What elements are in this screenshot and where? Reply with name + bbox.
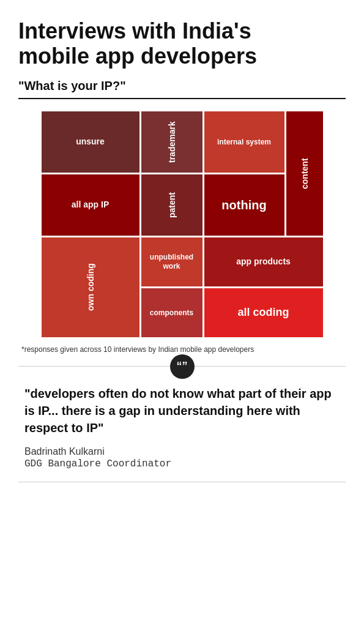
quote-icon-wrapper: “” [170, 354, 195, 379]
treemap-cell-unsure: unsure [42, 111, 139, 173]
subtitle: "What is your IP?" [18, 79, 346, 93]
treemap-cell-nothing: nothing [204, 174, 284, 236]
treemap-cell-content: content [286, 111, 323, 236]
treemap-cell-all-coding: all coding [204, 288, 323, 337]
treemap-cell-unpublished-work: unpublished work [141, 237, 202, 286]
quote-author: Badrinath Kulkarni [24, 446, 340, 457]
treemap-cell-trademark: trademark [141, 111, 202, 173]
treemap-cell-internal-system: internal system [204, 111, 284, 173]
treemap-cell-patent: patent [141, 174, 202, 236]
treemap: unsure trademark internal system content… [42, 111, 323, 338]
quote-role: GDG Bangalore Coordinator [24, 458, 340, 469]
quote-text: "developers often do not know what part … [24, 385, 340, 436]
quote-icon: “” [177, 360, 188, 373]
treemap-cell-all-app-ip: all app IP [42, 174, 139, 236]
footnote: *responses given across 10 interviews by… [18, 345, 346, 354]
treemap-cell-app-products: app products [204, 237, 323, 286]
page-title: Interviews with India's mobile app devel… [18, 18, 346, 69]
treemap-cell-own-coding: own coding [42, 237, 139, 337]
title-divider [18, 98, 346, 99]
quote-section: “” "developers often do not know what pa… [18, 366, 346, 482]
treemap-cell-components: components [141, 288, 202, 337]
